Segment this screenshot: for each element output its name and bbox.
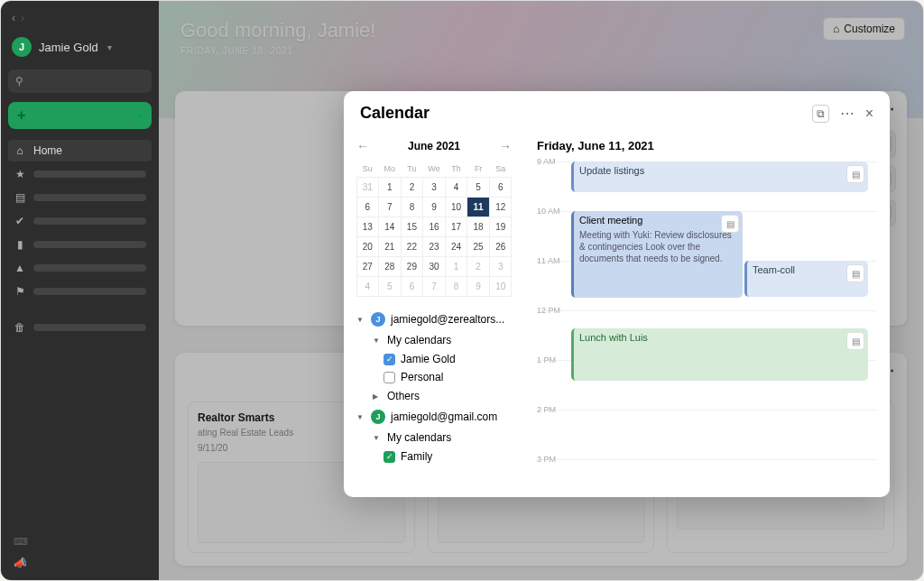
calendar-day[interactable]: 27 — [356, 256, 380, 277]
checkbox[interactable] — [383, 372, 395, 383]
calendar-day[interactable]: 10 — [445, 197, 468, 217]
calendar-day[interactable]: 17 — [445, 217, 468, 237]
calendar-day[interactable]: 14 — [378, 217, 402, 237]
calendar-day[interactable]: 9 — [422, 197, 446, 217]
calendar-day[interactable]: 3 — [489, 256, 513, 277]
calendar-day[interactable]: 24 — [445, 236, 468, 257]
calendar-day[interactable]: 20 — [356, 236, 380, 257]
calendar-day[interactable]: 23 — [422, 236, 446, 257]
event-action-icon[interactable]: ▤ — [721, 215, 739, 233]
calendar-day[interactable]: 6 — [401, 276, 424, 297]
calendar-day[interactable]: 19 — [489, 217, 513, 237]
calendar-day[interactable]: 30 — [422, 256, 446, 277]
calendar-day[interactable]: 6 — [356, 197, 380, 217]
prev-month-button[interactable]: ← — [356, 139, 369, 153]
checkbox[interactable]: ✓ — [383, 451, 395, 463]
sidebar: ‹ › J Jamie Gold ▾ ⚲ + ▾ ⌂ Home ★ ▤ ✔ ▮ … — [1, 1, 159, 580]
calendar-day[interactable]: 4 — [445, 177, 468, 198]
close-icon[interactable]: × — [865, 106, 873, 122]
event-action-icon[interactable]: ▤ — [846, 165, 864, 183]
calendar-toggle[interactable]: Personal — [356, 368, 512, 386]
keyboard-icon[interactable]: ⌨ — [14, 536, 28, 548]
search-icon: ⚲ — [15, 75, 23, 88]
calendar-day[interactable]: 10 — [489, 276, 513, 297]
dow-label: Fr — [467, 161, 490, 177]
add-button[interactable]: + ▾ — [8, 102, 152, 129]
hour-label: 3 PM — [537, 455, 556, 464]
calendar-day[interactable]: 7 — [422, 276, 446, 297]
calendar-day[interactable]: 4 — [356, 276, 380, 297]
expand-icon[interactable]: ⧉ — [812, 105, 829, 123]
calendar-group[interactable]: ▶Others — [356, 386, 512, 406]
calendar-day[interactable]: 16 — [422, 217, 446, 237]
search-input[interactable]: ⚲ — [8, 69, 152, 93]
calendar-event[interactable]: Team-coll▤ — [744, 261, 868, 297]
calendar-day[interactable]: 2 — [467, 256, 490, 277]
user-menu[interactable]: J Jamie Gold ▾ — [8, 32, 152, 66]
calendar-day[interactable]: 29 — [401, 256, 424, 277]
calendar-day[interactable]: 8 — [401, 197, 424, 217]
calendar-event[interactable]: Update listings▤ — [571, 161, 868, 192]
mini-grid: SuMoTuWeThFrSa31123456678910111213141516… — [356, 161, 512, 296]
calendar-day[interactable]: 8 — [445, 276, 468, 297]
calendar-day[interactable]: 1 — [378, 177, 402, 198]
calendar-event[interactable]: Lunch with Luis▤ — [571, 328, 868, 381]
modal-title: Calendar — [360, 104, 430, 123]
event-desc: Meeting with Yuki: Review disclosures & … — [579, 229, 737, 264]
nav-home[interactable]: ⌂ Home — [8, 140, 152, 161]
calendar-day[interactable]: 3 — [422, 177, 446, 198]
nav-arrows: ‹ › — [8, 8, 152, 32]
nav-item[interactable]: 🗑 — [8, 317, 152, 338]
calendar-day[interactable]: 5 — [378, 276, 402, 297]
calendar-day[interactable]: 5 — [467, 177, 490, 198]
calendar-day[interactable]: 15 — [401, 217, 424, 237]
event-action-icon[interactable]: ▤ — [846, 264, 864, 282]
megaphone-icon[interactable]: 📣 — [14, 557, 27, 569]
back-arrow-icon[interactable]: ‹ — [12, 12, 15, 24]
calendar-toggle[interactable]: ✓Jamie Gold — [356, 350, 512, 368]
calendar-day[interactable]: 21 — [378, 236, 402, 257]
hour-label: 2 PM — [537, 405, 556, 414]
mini-calendar: ← June 2021 → SuMoTuWeThFrSa311234566789… — [344, 128, 524, 497]
doc-icon: ▤ — [14, 191, 26, 204]
calendar-day[interactable]: 1 — [445, 256, 468, 277]
nav-item[interactable]: ★ — [8, 163, 152, 185]
forward-arrow-icon[interactable]: › — [21, 12, 24, 24]
calendar-day[interactable]: 22 — [401, 236, 424, 257]
calendar-day[interactable]: 18 — [467, 217, 490, 237]
calendar-day[interactable]: 11 — [467, 197, 490, 217]
home-icon: ⌂ — [14, 144, 26, 157]
calendar-day[interactable]: 2 — [401, 177, 424, 198]
calendar-day[interactable]: 28 — [378, 256, 402, 277]
avatar: J — [12, 37, 32, 57]
account-row[interactable]: ▼Jjamiegold@zerealtors... — [356, 309, 512, 330]
more-icon[interactable]: ⋯ — [840, 105, 855, 122]
account-row[interactable]: ▼Jjamiegold@gmail.com — [356, 406, 512, 428]
nav-item[interactable]: ▲ — [8, 257, 152, 279]
calendar-day[interactable]: 26 — [489, 236, 513, 257]
chevron-down-icon: ▾ — [107, 42, 112, 52]
nav-item[interactable]: ✔ — [8, 210, 152, 232]
checkbox[interactable]: ✓ — [383, 354, 395, 365]
calendar-event[interactable]: Client meetingMeeting with Yuki: Review … — [571, 211, 743, 298]
calendar-day[interactable]: 9 — [467, 276, 490, 297]
calendar-day[interactable]: 31 — [356, 177, 380, 198]
hour-label: 9 AM — [537, 157, 556, 166]
dow-label: Su — [356, 161, 379, 177]
next-month-button[interactable]: → — [499, 139, 512, 153]
calendar-day[interactable]: 13 — [356, 217, 380, 237]
calendar-group[interactable]: ▼My calendars — [356, 330, 512, 350]
calendar-day[interactable]: 25 — [467, 236, 490, 257]
calendar-day[interactable]: 7 — [378, 197, 402, 217]
event-action-icon[interactable]: ▤ — [846, 332, 864, 350]
calendar-toggle[interactable]: ✓Family — [356, 447, 512, 466]
calendar-day[interactable]: 6 — [489, 177, 513, 198]
nav-item[interactable]: ⚑ — [8, 281, 152, 302]
caret-icon: ▶ — [373, 392, 382, 401]
account-email: jamiegold@zerealtors... — [391, 313, 504, 326]
calendar-group[interactable]: ▼My calendars — [356, 428, 512, 447]
calendar-day[interactable]: 12 — [489, 197, 513, 217]
nav-item[interactable]: ▤ — [8, 187, 152, 208]
nav-item[interactable]: ▮ — [8, 234, 152, 255]
caret-icon: ▼ — [373, 337, 382, 345]
